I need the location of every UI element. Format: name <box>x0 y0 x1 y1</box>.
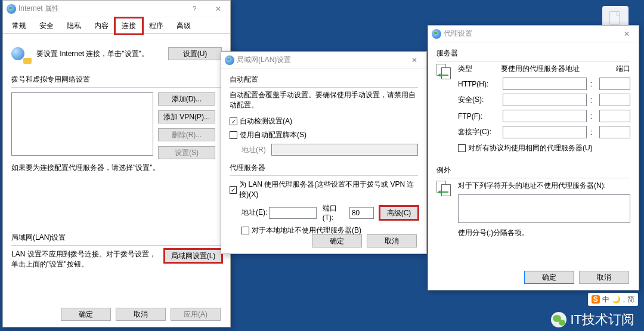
ok-button[interactable]: 确定 <box>312 234 362 248</box>
secure-address-input[interactable] <box>503 94 587 106</box>
ime-mode: 简 <box>627 295 634 305</box>
watermark-text: IT技术订阅 <box>570 311 634 329</box>
tab-content[interactable]: 内容 <box>88 18 115 34</box>
tabstrip: 常规 安全 隐私 内容 连接 程序 高级 <box>3 17 230 34</box>
ftp-label: FTP(F): <box>458 112 503 120</box>
proxy-group: 代理服务器 <box>230 163 418 173</box>
proxy-port-input[interactable]: 80 <box>349 207 374 219</box>
advanced-button[interactable]: 高级(C) <box>380 206 418 219</box>
network-setup-icon <box>11 44 32 64</box>
proxy-config-note: 如果要为连接配置代理服务器，请选择"设置"。 <box>11 163 222 173</box>
col-addr: 要使用的代理服务器地址 <box>501 64 600 74</box>
auto-detect-checkbox[interactable]: ✓自动检测设置(A) <box>230 116 418 126</box>
remove-button[interactable]: 删除(R)... <box>158 128 215 141</box>
ftp-address-input[interactable] <box>503 110 587 122</box>
tab-programs[interactable]: 程序 <box>143 18 170 34</box>
proxy-port-label: 端口(T): <box>323 203 346 222</box>
content: 要设置 Internet 连接，单击"设置"。 设置(U) 拨号和虚拟专用网络设… <box>3 34 230 276</box>
auto-config-note: 自动配置会覆盖手动设置。要确保使用手动设置，请禁用自动配置。 <box>230 90 418 110</box>
proxy-servers-icon <box>436 64 453 81</box>
autoscript-label: 使用自动配置脚本(S) <box>240 130 306 140</box>
apply-button[interactable]: 应用(A) <box>171 308 221 321</box>
exceptions-hint: 使用分号(;)分隔各项。 <box>458 228 630 238</box>
help-button[interactable]: ? <box>182 1 206 17</box>
cancel-button[interactable]: 取消 <box>116 308 166 321</box>
exceptions-icon <box>436 181 453 197</box>
script-address-label: 地址(R) <box>242 145 271 155</box>
cancel-button[interactable]: 取消 <box>367 234 417 248</box>
tab-advanced[interactable]: 高级 <box>170 18 197 34</box>
globe-icon <box>225 55 234 65</box>
internet-properties-window: Internet 属性 ? ✕ 常规 安全 隐私 内容 连接 程序 高级 要设置… <box>2 0 231 327</box>
auto-script-checkbox[interactable]: 使用自动配置脚本(S) <box>230 130 418 140</box>
http-port-input[interactable] <box>599 78 630 90</box>
useproxy-label: 为 LAN 使用代理服务器(这些设置不用于拨号或 VPN 连接)(X) <box>239 180 418 200</box>
auto-config-group: 自动配置 <box>230 75 418 85</box>
window-title: 代理设置 <box>444 29 472 39</box>
tab-privacy[interactable]: 隐私 <box>60 18 88 34</box>
lan-group-title: 局域网(LAN)设置 <box>11 233 222 243</box>
close-button[interactable]: ✕ <box>402 52 426 69</box>
add-button[interactable]: 添加(D)... <box>158 92 215 106</box>
tab-general[interactable]: 常规 <box>5 18 33 34</box>
watermark: IT技术订阅 <box>551 311 634 329</box>
globe-icon <box>7 4 16 14</box>
ime-indicator[interactable]: S中 🌙,简 <box>588 293 638 306</box>
socks-label: 套接字(C): <box>458 127 503 137</box>
socks-port-input[interactable] <box>599 126 630 138</box>
same-proxy-checkbox[interactable]: 对所有协议均使用相同的代理服务器(U) <box>458 143 630 153</box>
ok-button[interactable]: 确定 <box>524 271 574 284</box>
exceptions-textarea[interactable] <box>458 194 630 223</box>
ftp-port-input[interactable] <box>599 110 630 122</box>
proxy-settings-window: 代理设置 ✕ 服务器 类型 要使用的代理服务器地址 端口 HTTP(H): : <box>428 25 639 290</box>
ok-button[interactable]: 确定 <box>61 308 111 321</box>
socks-address-input[interactable] <box>503 126 587 138</box>
exceptions-note: 对于下列字符开头的地址不使用代理服务器(N): <box>458 181 630 191</box>
col-type: 类型 <box>458 64 501 74</box>
lan-settings-button[interactable]: 局域网设置(L) <box>165 249 222 262</box>
servers-group: 服务器 <box>436 48 630 58</box>
lan-note: LAN 设置不应用到拨号连接。对于拨号设置，单击上面的"设置"按钮。 <box>11 249 160 270</box>
dial-settings-button[interactable]: 设置(S) <box>158 146 215 159</box>
proxy-address-input[interactable] <box>269 207 317 219</box>
exceptions-group: 例外 <box>436 165 630 175</box>
tab-connections[interactable]: 连接 <box>115 18 143 34</box>
http-label: HTTP(H): <box>458 80 503 88</box>
col-port: 端口 <box>600 64 630 74</box>
same-proxy-label: 对所有协议均使用相同的代理服务器(U) <box>468 143 593 153</box>
window-title: Internet 属性 <box>18 4 59 14</box>
globe-icon <box>432 29 441 39</box>
script-address-input <box>271 144 418 156</box>
add-vpn-button[interactable]: 添加 VPN(P)... <box>158 110 215 123</box>
dialup-listbox[interactable] <box>11 92 153 156</box>
close-button[interactable]: ✕ <box>206 1 230 17</box>
lan-settings-window: 局域网(LAN)设置 ✕ 自动配置 自动配置会覆盖手动设置。要确保使用手动设置，… <box>221 51 427 254</box>
secure-port-input[interactable] <box>599 94 630 106</box>
footer: 确定 取消 应用(A) <box>61 308 221 321</box>
ime-lang: 中 <box>602 295 609 305</box>
setup-button[interactable]: 设置(U) <box>168 47 222 60</box>
titlebar: Internet 属性 ? ✕ <box>3 1 230 17</box>
proxy-address-label: 地址(E): <box>242 208 269 218</box>
svg-rect-0 <box>610 12 620 24</box>
wechat-icon <box>551 312 566 327</box>
setup-text: 要设置 Internet 连接，单击"设置"。 <box>36 49 168 59</box>
window-title: 局域网(LAN)设置 <box>237 55 291 65</box>
dialup-group-title: 拨号和虚拟专用网络设置 <box>11 75 222 85</box>
close-button[interactable]: ✕ <box>615 26 639 42</box>
tab-security[interactable]: 安全 <box>33 18 60 34</box>
http-address-input[interactable] <box>503 78 587 90</box>
cancel-button[interactable]: 取消 <box>579 271 629 284</box>
secure-label: 安全(S): <box>458 95 503 105</box>
autodetect-label: 自动检测设置(A) <box>240 116 292 126</box>
use-proxy-checkbox[interactable]: ✓为 LAN 使用代理服务器(这些设置不用于拨号或 VPN 连接)(X) <box>230 180 418 200</box>
